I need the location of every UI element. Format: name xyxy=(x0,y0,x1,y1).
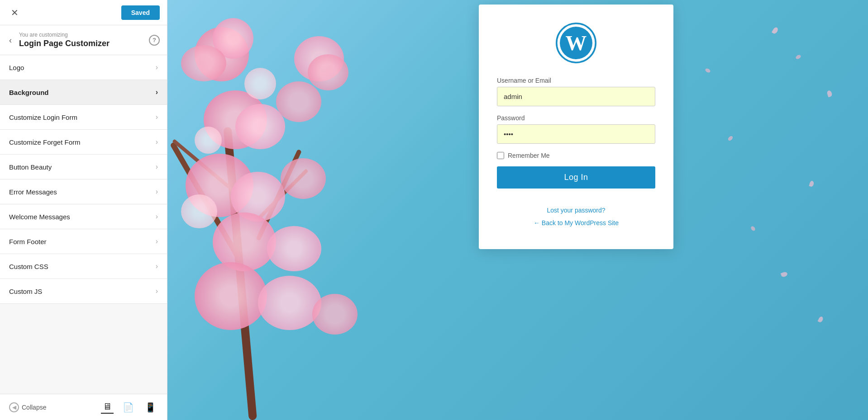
saved-button[interactable]: Saved xyxy=(121,5,160,20)
chevron-icon: › xyxy=(156,88,158,96)
mobile-icon-button[interactable]: 📱 xyxy=(143,401,158,414)
device-icons: 🖥 📄 📱 xyxy=(101,401,158,414)
wordpress-logo: W xyxy=(556,23,596,63)
login-button[interactable]: Log In xyxy=(497,166,655,189)
chevron-icon: › xyxy=(156,237,158,245)
menu-item-label: Customize Login Form xyxy=(9,113,77,121)
remember-checkbox[interactable] xyxy=(497,152,504,159)
password-group: Password xyxy=(497,114,655,144)
customizing-label: You are customizing xyxy=(19,32,143,38)
card-footer: Lost your password? ← Back to My WordPre… xyxy=(497,207,655,227)
login-card: W Username or Email Password Remember Me… xyxy=(479,5,673,249)
menu-item-label: Custom CSS xyxy=(9,263,48,270)
collapse-button[interactable]: ◀ Collapse xyxy=(9,402,46,412)
menu-item-label: Custom JS xyxy=(9,288,42,295)
blossom-12 xyxy=(213,212,276,271)
username-input[interactable] xyxy=(497,87,655,106)
top-bar: ✕ Saved xyxy=(0,0,167,25)
remember-row: Remember Me xyxy=(497,152,655,159)
blossom-8 xyxy=(276,81,321,122)
preview-area: W Username or Email Password Remember Me… xyxy=(167,0,868,420)
menu-item-customize-forget-form[interactable]: Customize Forget Form› xyxy=(0,130,167,155)
menu-item-label: Customize Forget Form xyxy=(9,138,81,146)
help-icon[interactable]: ? xyxy=(149,35,160,46)
sidebar: ✕ Saved ‹ You are customizing Login Page… xyxy=(0,0,167,420)
menu-list: Logo›Background›Customize Login Form›Cus… xyxy=(0,55,167,394)
blossom-14 xyxy=(195,262,267,330)
chevron-icon: › xyxy=(156,287,158,295)
back-button[interactable]: ‹ xyxy=(7,34,14,46)
menu-item-background[interactable]: Background› xyxy=(0,80,167,105)
chevron-icon: › xyxy=(156,113,158,121)
blossom-detail-2 xyxy=(195,127,222,154)
menu-item-label: Logo xyxy=(9,64,24,71)
menu-item-form-footer[interactable]: Form Footer› xyxy=(0,229,167,254)
blossom-5 xyxy=(308,54,348,90)
menu-item-button-beauty[interactable]: Button Beauty› xyxy=(0,155,167,179)
bottom-bar: ◀ Collapse 🖥 📄 📱 xyxy=(0,394,167,420)
customizing-text-block: You are customizing Login Page Customize… xyxy=(19,32,143,48)
username-label: Username or Email xyxy=(497,77,655,84)
back-to-site-link[interactable]: ← Back to My WordPress Site xyxy=(534,219,619,227)
customizing-header: ‹ You are customizing Login Page Customi… xyxy=(0,25,167,55)
customizing-title: Login Page Customizer xyxy=(19,39,143,48)
menu-item-label: Form Footer xyxy=(9,238,47,245)
desktop-icon-button[interactable]: 🖥 xyxy=(101,401,114,414)
menu-item-label: Background xyxy=(9,89,49,96)
collapse-icon: ◀ xyxy=(9,402,19,412)
blossom-13 xyxy=(267,226,321,271)
chevron-icon: › xyxy=(156,262,158,270)
menu-item-custom-css[interactable]: Custom CSS› xyxy=(0,254,167,279)
remember-label: Remember Me xyxy=(508,152,550,159)
blossom-7 xyxy=(235,104,285,149)
username-group: Username or Email xyxy=(497,77,655,106)
menu-item-label: Error Messages xyxy=(9,188,57,196)
collapse-label: Collapse xyxy=(22,404,46,411)
svg-text:W: W xyxy=(566,31,587,55)
chevron-icon: › xyxy=(156,212,158,221)
menu-item-label: Welcome Messages xyxy=(9,213,70,221)
chevron-icon: › xyxy=(156,138,158,146)
blossom-detail-1 xyxy=(244,68,276,99)
blossom-detail-3 xyxy=(181,194,217,228)
menu-item-welcome-messages[interactable]: Welcome Messages› xyxy=(0,204,167,229)
password-input[interactable] xyxy=(497,124,655,144)
menu-item-logo[interactable]: Logo› xyxy=(0,55,167,80)
menu-item-label: Button Beauty xyxy=(9,163,52,171)
chevron-icon: › xyxy=(156,163,158,171)
tablet-icon-button[interactable]: 📄 xyxy=(121,401,136,414)
blossom-15 xyxy=(258,276,321,330)
lost-password-link[interactable]: Lost your password? xyxy=(547,207,605,214)
password-label: Password xyxy=(497,114,655,122)
blossom-16 xyxy=(312,294,358,335)
menu-item-error-messages[interactable]: Error Messages› xyxy=(0,179,167,204)
blossom-3 xyxy=(181,45,226,81)
menu-item-custom-js[interactable]: Custom JS› xyxy=(0,279,167,304)
chevron-icon: › xyxy=(156,188,158,196)
chevron-icon: › xyxy=(156,63,158,71)
menu-item-customize-login-form[interactable]: Customize Login Form› xyxy=(0,105,167,130)
close-button[interactable]: ✕ xyxy=(7,5,22,20)
blossom-11 xyxy=(281,158,326,199)
